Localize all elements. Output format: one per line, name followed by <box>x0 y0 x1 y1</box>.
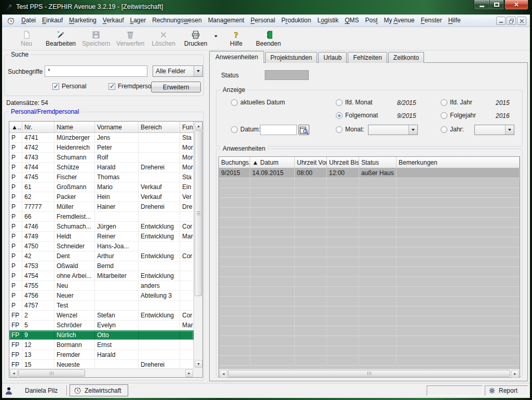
menu-item-personal[interactable]: Personal <box>248 15 278 26</box>
personal-checkbox-box[interactable] <box>52 83 59 90</box>
mdi-minimize-button[interactable] <box>496 17 506 25</box>
maximize-button[interactable] <box>489 0 504 10</box>
menu-item-management[interactable]: Management <box>205 15 248 26</box>
personnel-row[interactable]: P4741MünzbergerJensSta <box>9 133 194 143</box>
beenden-button[interactable]: Beenden <box>252 28 284 49</box>
menu-item-datei[interactable]: Datei <box>18 15 39 26</box>
monat-radio-option[interactable]: Monat: <box>336 126 364 133</box>
attendance-column-header[interactable]: ▲ Datum <box>250 157 295 168</box>
expand-button[interactable]: Erweitern <box>151 82 201 92</box>
attendance-horizontal-scrollbar[interactable]: ◄ ► <box>219 369 520 377</box>
personnel-row[interactable]: P62PackerHeinVerkaufVer <box>9 192 194 202</box>
attendance-column-header[interactable]: Uhrzeit Bis <box>327 157 359 168</box>
chevron-down-icon[interactable] <box>505 125 514 135</box>
scroll-down-button[interactable]: ▼ <box>195 360 202 368</box>
jahr-radio[interactable] <box>441 126 447 133</box>
chevron-down-icon[interactable] <box>408 125 417 135</box>
menu-item-qms[interactable]: QMS <box>342 15 362 26</box>
personnel-row[interactable]: P4756NeuerAbteilung 3 <box>9 291 194 301</box>
personnel-row[interactable]: FP12BormannErnst <box>9 340 194 350</box>
aktuelles-datum-radio[interactable] <box>231 99 238 106</box>
module-tab-zeitwirtschaft[interactable]: Zeitwirtschaft <box>70 384 128 396</box>
personnel-row[interactable]: P4757Test <box>9 301 194 311</box>
mdi-restore-button[interactable] <box>507 17 516 25</box>
personnel-row[interactable]: P61GroßmannMarioVerkaufEin <box>9 182 194 192</box>
personnel-column-header[interactable]: Nr. <box>22 122 54 132</box>
personnel-column-header[interactable]: Vorname <box>95 122 139 132</box>
bearbeiten-button[interactable]: Bearbeiten <box>43 28 79 49</box>
menu-item-lager[interactable]: Lager <box>127 15 149 26</box>
attendance-column-header[interactable]: Bemerkungen <box>397 157 520 168</box>
attendance-column-header[interactable]: Uhrzeit Von <box>295 157 327 168</box>
personal-checkbox[interactable]: Personal <box>52 83 86 90</box>
personnel-row[interactable]: P42DentArthurEntwicklungCor <box>9 251 194 261</box>
drucken-button[interactable]: Drucken <box>180 28 212 49</box>
lfd-jahr-radio-option[interactable]: lfd. Jahr <box>441 99 472 106</box>
scroll-thumb[interactable] <box>195 130 202 296</box>
personnel-row[interactable]: FP13FremderHarald <box>9 350 194 360</box>
jahr-dropdown[interactable] <box>474 125 514 135</box>
datum-input[interactable] <box>260 125 297 135</box>
personnel-row[interactable]: FP9NürlichOtto <box>9 330 194 340</box>
mdi-close-button[interactable] <box>517 17 526 25</box>
personnel-row[interactable]: P4745FischerThomasSta <box>9 172 194 182</box>
print-dropdown-button[interactable] <box>212 28 220 49</box>
attendance-column-header[interactable]: Buchungs... <box>219 157 250 168</box>
personnel-horizontal-scrollbar[interactable]: ◄ ► <box>9 368 194 377</box>
menu-item-marketing[interactable]: Marketing <box>66 15 100 26</box>
scroll-right-button[interactable]: ► <box>511 370 519 378</box>
lfd-monat-radio[interactable] <box>336 99 343 106</box>
personnel-row[interactable]: FP2WenzelStefanEntwicklungCor <box>9 311 194 321</box>
scroll-right-button[interactable]: ► <box>185 369 193 377</box>
attendance-row[interactable]: 9/201514.09.201508:0012:00außer Haus <box>219 168 520 178</box>
scroll-left-button[interactable]: ◄ <box>10 369 18 377</box>
menu-item-produktion[interactable]: Produktion <box>278 15 314 26</box>
datum-radio[interactable] <box>231 126 238 133</box>
scroll-thumb[interactable] <box>228 370 510 377</box>
hilfe-button[interactable]: ?Hilfe <box>220 28 252 49</box>
monat-radio[interactable] <box>336 126 343 133</box>
personnel-row[interactable]: P4755Neuanders <box>9 281 194 291</box>
attendance-column-header[interactable]: Status <box>359 157 397 168</box>
minimize-button[interactable] <box>474 0 489 10</box>
datum-radio-option[interactable]: Datum: <box>231 126 261 133</box>
folgemonat-radio-option[interactable]: Folgemonat <box>336 112 378 119</box>
personnel-column-header[interactable]: ▲.. <box>9 122 22 132</box>
jahr-radio-option[interactable]: Jahr: <box>441 126 464 133</box>
report-button[interactable]: Report <box>485 385 528 396</box>
personnel-column-header[interactable]: Fun <box>180 122 194 132</box>
menu-item-logistik[interactable]: Logistik <box>314 15 342 26</box>
scroll-up-button[interactable]: ▲ <box>195 122 202 130</box>
menu-item-post[interactable]: Post <box>362 15 381 26</box>
personnel-row[interactable]: P4754ohne Arbei...MitarbeiterEntwicklung <box>9 271 194 281</box>
personnel-row[interactable]: P4749HeldtReinerEntwicklungMar <box>9 232 194 242</box>
personnel-row[interactable]: P4742HeidenreichPeterMor <box>9 143 194 153</box>
personnel-row[interactable]: FP15NeuesteDreherei <box>9 360 194 368</box>
personnel-row[interactable]: P77777MüllerHainerDrehereiDre <box>9 202 194 212</box>
menu-item-verkauf[interactable]: Verkauf <box>100 15 127 26</box>
tab-anwesenheiten[interactable]: Anwesenheiten <box>209 51 264 63</box>
personnel-row[interactable]: P4753OßwaldBernd <box>9 261 194 271</box>
folgejahr-radio[interactable] <box>441 112 447 119</box>
lfd-monat-radio-option[interactable]: lfd. Monat <box>336 99 373 106</box>
folgejahr-radio-option[interactable]: Folgejahr <box>441 112 476 119</box>
lfd-jahr-radio[interactable] <box>441 99 447 106</box>
fremdpersonal-checkbox-box[interactable] <box>108 83 115 90</box>
personnel-row[interactable]: P4744SchützeHaraldDrehereiMor <box>9 163 194 172</box>
field-selector-dropdown[interactable]: Alle Felder <box>153 65 203 77</box>
personnel-column-header[interactable]: Bereich <box>139 122 180 132</box>
scroll-thumb[interactable] <box>18 369 85 377</box>
close-button[interactable]: ✕ <box>504 0 528 10</box>
personnel-row[interactable]: P66Fremdleist... <box>9 212 194 222</box>
scroll-left-button[interactable]: ◄ <box>220 370 227 378</box>
tab-zeitkonto[interactable]: Zeitkonto <box>388 52 424 63</box>
personnel-row[interactable]: P4743SchumannRolfMor <box>9 153 194 163</box>
monat-dropdown[interactable] <box>368 125 418 135</box>
chevron-down-icon[interactable] <box>194 66 202 76</box>
folgemonat-radio[interactable] <box>336 112 343 119</box>
aktuelles-datum-radio-option[interactable]: aktuelles Datum <box>231 99 285 106</box>
menu-item-my-avenue[interactable]: My Avenue <box>381 15 418 26</box>
menu-item-fenster[interactable]: Fenster <box>418 15 445 26</box>
personnel-row[interactable]: P4750SchneiderHans-Joa... <box>9 242 194 251</box>
date-picker-button[interactable] <box>298 125 309 135</box>
